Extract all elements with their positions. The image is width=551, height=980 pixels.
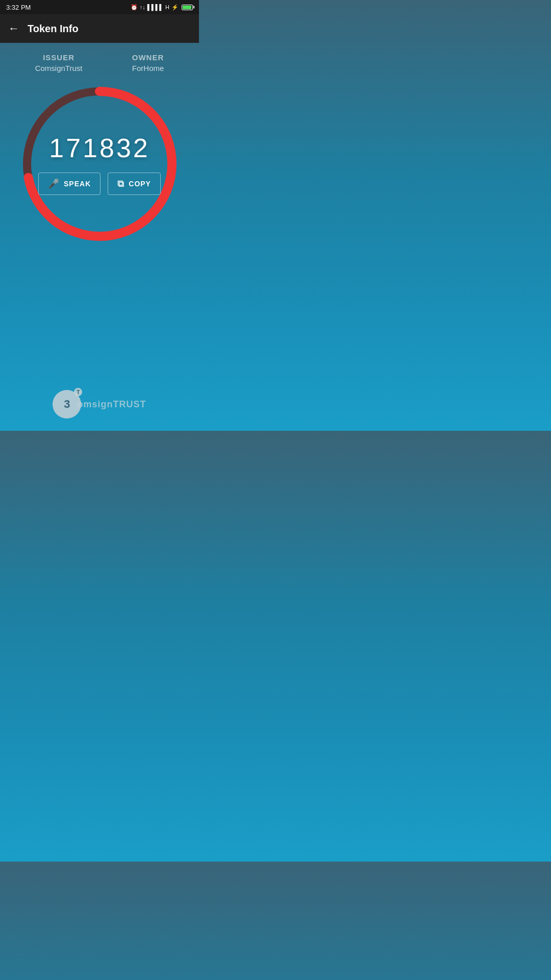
copy-icon: ⧉ <box>117 179 124 189</box>
owner-block: OWNER ForHome <box>132 53 164 72</box>
copy-button[interactable]: ⧉ COPY <box>108 173 161 195</box>
timer-circle: 171832 🎤 SPEAK ⧉ COPY <box>20 85 179 243</box>
logo-area: 3 T omsignTRUST <box>53 390 146 431</box>
status-icons: ⏰ ↑↓ ▌▌▌▌ H ⚡ <box>131 4 193 11</box>
page-title: Token Info <box>28 23 79 35</box>
battery-fill <box>183 6 191 9</box>
battery-icon <box>182 5 193 10</box>
microphone-icon: 🎤 <box>48 178 60 189</box>
main-content: ISSUER ComsignTrust OWNER ForHome 171832… <box>0 43 199 431</box>
owner-value: ForHome <box>132 64 164 72</box>
logo-small-t: T <box>74 388 82 396</box>
top-nav-bar: ← Token Info <box>0 14 199 43</box>
logo-circle: 3 T <box>53 390 81 419</box>
speak-label: SPEAK <box>64 180 91 188</box>
action-buttons: 🎤 SPEAK ⧉ COPY <box>38 173 161 195</box>
status-bar: 3:32 PM ⏰ ↑↓ ▌▌▌▌ H ⚡ <box>0 0 199 14</box>
logo-sign: sign <box>92 399 113 409</box>
issuer-block: ISSUER ComsignTrust <box>35 53 83 72</box>
owner-label: OWNER <box>132 53 164 62</box>
speak-button[interactable]: 🎤 SPEAK <box>38 173 101 195</box>
network-type-icon: H <box>165 4 169 10</box>
alarm-icon: ⏰ <box>131 4 138 11</box>
status-time: 3:32 PM <box>6 4 31 11</box>
logo-circle-text: 3 <box>64 398 70 411</box>
network-bars-icon: ▌▌▌▌ <box>147 4 163 10</box>
token-number: 171832 <box>49 133 150 163</box>
logo-trust: TRUST <box>113 399 146 409</box>
info-row: ISSUER ComsignTrust OWNER ForHome <box>0 53 199 72</box>
signal-icon: ↑↓ <box>140 4 145 10</box>
logo-text: omsignTRUST <box>77 399 146 410</box>
back-button[interactable]: ← <box>8 23 19 34</box>
copy-label: COPY <box>129 180 151 188</box>
issuer-value: ComsignTrust <box>35 64 83 72</box>
charge-icon: ⚡ <box>171 4 179 11</box>
timer-inner: 171832 🎤 SPEAK ⧉ COPY <box>38 133 161 195</box>
issuer-label: ISSUER <box>43 53 74 62</box>
